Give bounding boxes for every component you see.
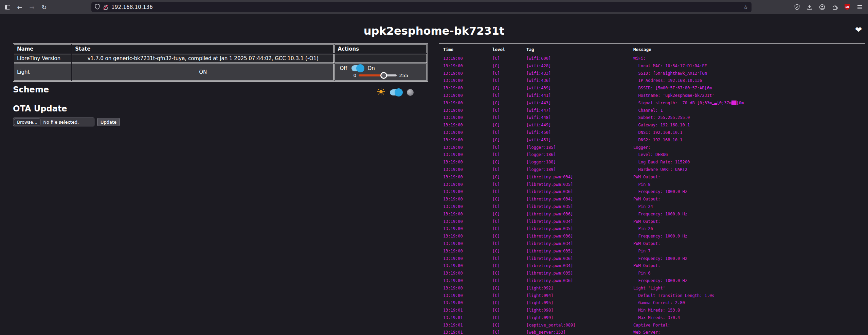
log-message: PWM Output: <box>633 196 853 203</box>
log-level: [C] <box>492 292 526 300</box>
log-message: Frequency: 1000.0 Hz <box>633 188 853 196</box>
log-row: 13:19:00[C][libretiny.pwm:036] Frequency… <box>439 277 853 285</box>
log-message: Frequency: 1000.0 Hz <box>633 255 853 263</box>
log-row: 13:19:00[C][logger:189] Hardware UART: U… <box>439 166 853 174</box>
brightness-slider-thumb[interactable] <box>380 72 387 79</box>
browser-toolbar: ← → ↻ 192.168.10.136 ☆ <box>0 0 868 14</box>
log-level: [C] <box>492 144 526 152</box>
log-row: 13:19:00[C][wifi:450] DNS1: 192.168.10.1 <box>439 129 853 137</box>
shield-icon[interactable] <box>95 4 100 11</box>
log-row: 13:19:00[C][wifi:428] Local MAC: 10:5A:1… <box>439 63 853 70</box>
log-tag: [libretiny.pwm:036] <box>526 188 633 196</box>
log-tag: [libretiny.pwm:034] <box>526 240 633 248</box>
forward-button[interactable]: → <box>27 2 37 12</box>
log-tag: [wifi:439] <box>526 85 633 92</box>
log-level: [C] <box>492 166 526 174</box>
log-tag: [wifi:428] <box>526 63 633 70</box>
menu-icon[interactable] <box>856 2 864 12</box>
log-time: 13:19:00 <box>443 151 492 159</box>
log-message: PWM Output: <box>633 218 853 226</box>
reload-button[interactable]: ↻ <box>39 2 49 12</box>
log-tag: [logger:188] <box>526 159 633 166</box>
ota-heading: OTA Update <box>13 104 427 116</box>
log-level: [C] <box>492 55 526 63</box>
log-row: 13:19:00[C][libretiny.pwm:036] Frequency… <box>439 211 853 218</box>
log-tag: [wifi:433] <box>526 70 633 77</box>
log-row: 13:19:00[C][wifi:448] Subnet: 255.255.25… <box>439 114 853 122</box>
col-header-state: State <box>72 45 334 53</box>
log-row: 13:19:01[C][light:098] Min Mireds: 153.8 <box>439 307 853 314</box>
log-tag: [wifi:441] <box>526 92 633 100</box>
log-message: Captive Portal: <box>633 322 853 329</box>
log-time: 13:19:00 <box>443 122 492 129</box>
log-time: 13:19:00 <box>443 137 492 144</box>
light-toggle[interactable] <box>351 65 364 71</box>
log-time: 13:19:00 <box>443 114 492 122</box>
extensions-puzzle-icon[interactable] <box>831 2 839 12</box>
file-input[interactable]: Browse… No file selected. <box>13 118 94 126</box>
log-time: 13:19:00 <box>443 181 492 189</box>
log-level: [C] <box>492 107 526 114</box>
log-tag: [web_server:153] <box>526 329 633 335</box>
log-row: 13:19:00[C][light:092]Light 'Light' <box>439 285 853 292</box>
col-header-actions: Actions <box>334 45 427 53</box>
log-time: 13:19:00 <box>443 299 492 307</box>
log-message: Gateway: 192.168.10.1 <box>633 122 853 129</box>
libretiny-actions <box>334 54 427 63</box>
light-state: ON <box>72 64 334 81</box>
log-time: 13:19:00 <box>443 70 492 77</box>
state-table-header-row: Name State Actions <box>14 45 427 53</box>
log-tag: [wifi:447] <box>526 107 633 114</box>
log-row: 13:19:00[C][libretiny.pwm:034]PWM Output… <box>439 174 853 181</box>
log-tag: [wifi:436] <box>526 77 633 85</box>
light-on-label: On <box>368 65 375 71</box>
browse-button[interactable]: Browse… <box>14 119 40 125</box>
log-message: Web Server: <box>633 329 853 335</box>
log-message: Log Baud Rate: 115200 <box>633 159 853 166</box>
log-level: [C] <box>492 137 526 144</box>
protection-shield-icon[interactable] <box>793 2 801 12</box>
log-row: 13:19:00[C][libretiny.pwm:035] Pin 26 <box>439 225 853 233</box>
log-time: 13:19:00 <box>443 129 492 137</box>
scheme-toggle[interactable] <box>390 89 402 95</box>
log-tag: [wifi:448] <box>526 114 633 122</box>
log-row: 13:19:00[C][wifi:443] Signal strength: -… <box>439 100 853 107</box>
scheme-heading: Scheme <box>13 85 427 97</box>
insecure-lock-icon[interactable] <box>103 4 108 10</box>
log-message: SSID: [5m'Nighthawk_AX12'[6m <box>633 70 853 77</box>
log-row: 13:19:00[C][logger:185]Logger: <box>439 144 853 152</box>
url-text[interactable]: 192.168.10.136 <box>111 4 743 10</box>
log-row: 13:19:00[C][libretiny.pwm:035] Pin 6 <box>439 270 853 277</box>
log-time: 13:19:00 <box>443 144 492 152</box>
log-tag: [light:092] <box>526 285 633 292</box>
log-time: 13:19:00 <box>443 92 492 100</box>
log-time: 13:19:00 <box>443 255 492 263</box>
forward-arrow-icon: → <box>29 4 34 11</box>
log-tag: [libretiny.pwm:035] <box>526 270 633 277</box>
log-tag: [logger:185] <box>526 144 633 152</box>
account-icon[interactable] <box>818 2 826 12</box>
log-level: [C] <box>492 203 526 211</box>
update-button[interactable]: Update <box>97 118 120 126</box>
ublock-shield-icon[interactable]: uO <box>843 2 851 12</box>
download-icon[interactable] <box>806 2 814 12</box>
table-row-light: Light ON Off On 0 255 <box>14 64 427 81</box>
back-button[interactable]: ← <box>15 2 24 12</box>
bookmark-star-icon[interactable]: ☆ <box>743 4 748 11</box>
sun-icon <box>377 88 385 97</box>
sidebar-toggle-button[interactable] <box>3 2 12 12</box>
log-time: 13:19:00 <box>443 262 492 270</box>
brightness-slider[interactable] <box>359 72 397 79</box>
url-bar[interactable]: 192.168.10.136 ☆ <box>91 2 752 12</box>
log-row: 13:19:00[C][light:095] Gamma Correct: 2.… <box>439 299 853 307</box>
log-tag: [libretiny.pwm:035] <box>526 225 633 233</box>
log-row: 13:19:00[C][wifi:449] Gateway: 192.168.1… <box>439 122 853 129</box>
log-tag: [logger:186] <box>526 151 633 159</box>
log-row: 13:19:01[C][light:099] Max Mireds: 370.4 <box>439 314 853 322</box>
heart-icon[interactable]: ❤ <box>855 26 862 34</box>
log-tag: [logger:189] <box>526 166 633 174</box>
log-tag: [wifi:450] <box>526 129 633 137</box>
log-col-level: level <box>492 47 526 55</box>
file-status-text: No file selected. <box>43 120 79 125</box>
log-level: [C] <box>492 262 526 270</box>
